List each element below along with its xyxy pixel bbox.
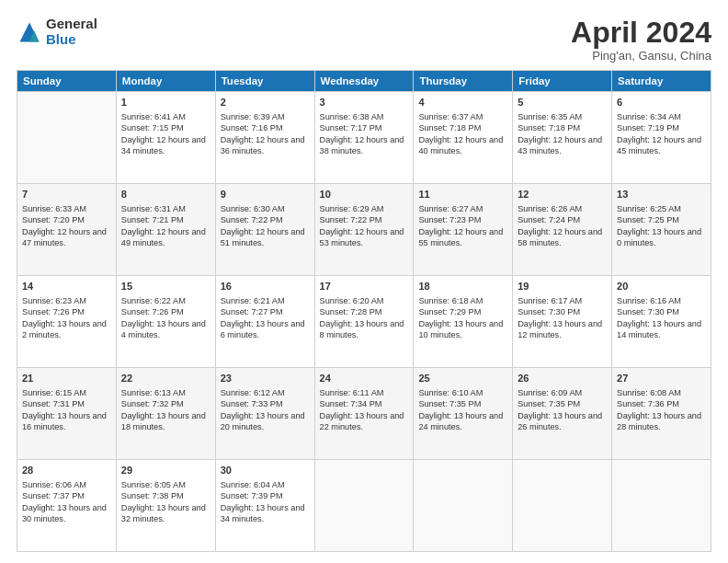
day-number: 6 [617, 96, 706, 109]
sunset-text: Sunset: 7:30 PM [518, 306, 607, 317]
day-number: 27 [617, 372, 706, 385]
sunset-text: Sunset: 7:16 PM [221, 122, 310, 133]
day-number: 15 [121, 280, 210, 293]
sunset-text: Sunset: 7:29 PM [418, 306, 507, 317]
sunrise-text: Sunrise: 6:20 AM [320, 295, 409, 306]
week-row: 14Sunrise: 6:23 AMSunset: 7:26 PMDayligh… [17, 276, 711, 368]
week-row: 21Sunrise: 6:15 AMSunset: 7:31 PMDayligh… [17, 368, 711, 460]
day-number: 16 [221, 280, 310, 293]
sunset-text: Sunset: 7:18 PM [518, 122, 607, 133]
day-cell: 5Sunrise: 6:35 AMSunset: 7:18 PMDaylight… [513, 92, 612, 184]
day-cell [513, 460, 612, 552]
day-cell: 19Sunrise: 6:17 AMSunset: 7:30 PMDayligh… [513, 276, 612, 368]
daylight-text: Daylight: 13 hours and 26 minutes. [518, 410, 607, 433]
sunrise-text: Sunrise: 6:06 AM [22, 479, 111, 490]
day-cell: 18Sunrise: 6:18 AMSunset: 7:29 PMDayligh… [414, 276, 513, 368]
day-cell: 21Sunrise: 6:15 AMSunset: 7:31 PMDayligh… [17, 368, 117, 460]
daylight-text: Daylight: 12 hours and 53 minutes. [320, 226, 409, 249]
daylight-text: Daylight: 12 hours and 36 minutes. [221, 134, 310, 157]
weekday-header: Monday [116, 71, 215, 92]
sunset-text: Sunset: 7:35 PM [518, 398, 607, 409]
day-cell: 26Sunrise: 6:09 AMSunset: 7:35 PMDayligh… [513, 368, 612, 460]
calendar: SundayMondayTuesdayWednesdayThursdayFrid… [17, 70, 711, 552]
day-cell: 17Sunrise: 6:20 AMSunset: 7:28 PMDayligh… [314, 276, 414, 368]
sunset-text: Sunset: 7:26 PM [121, 306, 210, 317]
sunset-text: Sunset: 7:15 PM [121, 122, 210, 133]
sunset-text: Sunset: 7:19 PM [617, 122, 706, 133]
day-number: 5 [518, 96, 607, 109]
daylight-text: Daylight: 13 hours and 10 minutes. [418, 318, 507, 341]
day-number: 11 [418, 188, 507, 201]
daylight-text: Daylight: 13 hours and 30 minutes. [22, 502, 111, 525]
week-row: 7Sunrise: 6:33 AMSunset: 7:20 PMDaylight… [17, 184, 711, 276]
daylight-text: Daylight: 12 hours and 55 minutes. [418, 226, 507, 249]
logo-general: General [46, 17, 97, 32]
daylight-text: Daylight: 13 hours and 4 minutes. [121, 318, 210, 341]
page: General Blue April 2024 Ping'an, Gansu, … [0, 0, 728, 563]
sunset-text: Sunset: 7:28 PM [320, 306, 409, 317]
logo-blue: Blue [46, 32, 97, 48]
daylight-text: Daylight: 13 hours and 24 minutes. [418, 410, 507, 433]
sunrise-text: Sunrise: 6:25 AM [617, 203, 706, 214]
sunrise-text: Sunrise: 6:11 AM [320, 387, 409, 398]
daylight-text: Daylight: 13 hours and 8 minutes. [320, 318, 409, 341]
day-cell: 23Sunrise: 6:12 AMSunset: 7:33 PMDayligh… [215, 368, 314, 460]
sunrise-text: Sunrise: 6:38 AM [320, 111, 409, 122]
daylight-text: Daylight: 13 hours and 34 minutes. [221, 502, 310, 525]
day-number: 9 [221, 188, 310, 201]
daylight-text: Daylight: 12 hours and 49 minutes. [121, 226, 210, 249]
daylight-text: Daylight: 12 hours and 34 minutes. [121, 134, 210, 157]
daylight-text: Daylight: 12 hours and 43 minutes. [518, 134, 607, 157]
sunset-text: Sunset: 7:33 PM [221, 398, 310, 409]
sunrise-text: Sunrise: 6:30 AM [221, 203, 310, 214]
day-cell: 9Sunrise: 6:30 AMSunset: 7:22 PMDaylight… [215, 184, 314, 276]
sunset-text: Sunset: 7:35 PM [418, 398, 507, 409]
sunrise-text: Sunrise: 6:37 AM [418, 111, 507, 122]
daylight-text: Daylight: 12 hours and 45 minutes. [617, 134, 706, 157]
main-title: April 2024 [571, 17, 711, 49]
day-cell: 7Sunrise: 6:33 AMSunset: 7:20 PMDaylight… [17, 184, 117, 276]
week-row: 28Sunrise: 6:06 AMSunset: 7:37 PMDayligh… [17, 460, 711, 552]
sunrise-text: Sunrise: 6:39 AM [221, 111, 310, 122]
sunset-text: Sunset: 7:36 PM [617, 398, 706, 409]
day-cell: 22Sunrise: 6:13 AMSunset: 7:32 PMDayligh… [116, 368, 215, 460]
sunset-text: Sunset: 7:23 PM [418, 214, 507, 225]
daylight-text: Daylight: 13 hours and 6 minutes. [221, 318, 310, 341]
weekday-header: Thursday [414, 71, 513, 92]
day-number: 21 [22, 372, 111, 385]
day-number: 14 [22, 280, 111, 293]
weekday-header-row: SundayMondayTuesdayWednesdayThursdayFrid… [17, 71, 711, 92]
sunset-text: Sunset: 7:24 PM [518, 214, 607, 225]
day-cell: 1Sunrise: 6:41 AMSunset: 7:15 PMDaylight… [116, 92, 215, 184]
sunset-text: Sunset: 7:18 PM [418, 122, 507, 133]
daylight-text: Daylight: 13 hours and 20 minutes. [221, 410, 310, 433]
sunset-text: Sunset: 7:25 PM [617, 214, 706, 225]
sunset-text: Sunset: 7:17 PM [320, 122, 409, 133]
sunrise-text: Sunrise: 6:08 AM [617, 387, 706, 398]
daylight-text: Daylight: 12 hours and 47 minutes. [22, 226, 111, 249]
day-cell: 13Sunrise: 6:25 AMSunset: 7:25 PMDayligh… [612, 184, 711, 276]
sunrise-text: Sunrise: 6:22 AM [121, 295, 210, 306]
day-cell [414, 460, 513, 552]
sunset-text: Sunset: 7:22 PM [221, 214, 310, 225]
sunrise-text: Sunrise: 6:35 AM [518, 111, 607, 122]
day-cell [314, 460, 414, 552]
sunrise-text: Sunrise: 6:09 AM [518, 387, 607, 398]
sunrise-text: Sunrise: 6:31 AM [121, 203, 210, 214]
header: General Blue April 2024 Ping'an, Gansu, … [17, 17, 711, 63]
sunset-text: Sunset: 7:21 PM [121, 214, 210, 225]
day-number: 13 [617, 188, 706, 201]
sunrise-text: Sunrise: 6:33 AM [22, 203, 111, 214]
day-number: 18 [418, 280, 507, 293]
sunrise-text: Sunrise: 6:18 AM [418, 295, 507, 306]
sunset-text: Sunset: 7:20 PM [22, 214, 111, 225]
day-cell: 2Sunrise: 6:39 AMSunset: 7:16 PMDaylight… [215, 92, 314, 184]
logo-icon [17, 19, 42, 45]
weekday-header: Wednesday [314, 71, 414, 92]
sunset-text: Sunset: 7:32 PM [121, 398, 210, 409]
weekday-header: Tuesday [215, 71, 314, 92]
day-cell: 11Sunrise: 6:27 AMSunset: 7:23 PMDayligh… [414, 184, 513, 276]
sunrise-text: Sunrise: 6:13 AM [121, 387, 210, 398]
day-cell [17, 92, 117, 184]
sunrise-text: Sunrise: 6:34 AM [617, 111, 706, 122]
